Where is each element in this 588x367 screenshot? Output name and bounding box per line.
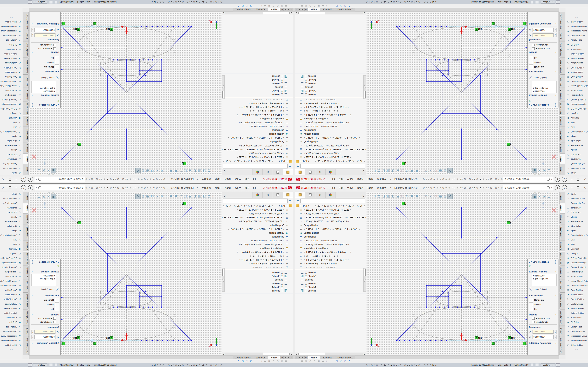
expand-icon[interactable]: ⌄ — [31, 342, 33, 344]
menu-item[interactable]: Edit — [243, 177, 251, 182]
tag-icon[interactable] — [28, 0, 32, 4]
line-format-icon[interactable]: ▤ — [284, 360, 288, 362]
angle-field[interactable]: 0.00000000° — [533, 335, 553, 339]
parallel-badge[interactable]: ∕ — [402, 202, 405, 205]
view-trimetric-icon[interactable]: ⬣ — [415, 168, 419, 173]
tree-item[interactable]: ⬒ Solid Bodies — [222, 128, 293, 132]
sketch-tool[interactable]: ⤢ Scale Entities — [565, 61, 588, 65]
save-view-icon[interactable]: ▦ — [438, 168, 443, 173]
unit-system-dropdown[interactable]: Custom▴ — [33, 1, 47, 3]
tree-item[interactable]: ⬒ Solid Bodies — [222, 235, 293, 239]
restore-button[interactable]: ❐ — [7, 186, 13, 190]
pane-grabber[interactable] — [363, 85, 366, 88]
length-field[interactable]: 10.88152731 — [35, 330, 55, 334]
sketch-tool[interactable]: ▪ Point — [0, 120, 23, 125]
sketch-tool[interactable]: ƒ Equation Driven Curve — [565, 233, 588, 237]
line-format-icon[interactable]: ✐ — [276, 5, 280, 7]
length-spinner[interactable]: ▲▼ — [554, 330, 557, 334]
filter-input[interactable] — [223, 164, 287, 168]
commandmanager-tab[interactable]: Evaluate — [559, 240, 565, 251]
tag-icon[interactable] — [28, 363, 32, 367]
close-button[interactable]: ✕ — [581, 186, 588, 190]
add-relation-button[interactable]: ⚓ Fix — [30, 307, 60, 311]
search-box[interactable]: ⬙ Search CAD Models ▾ — [503, 185, 553, 190]
equal-badge[interactable]: = — [475, 28, 478, 31]
commandmanager-tab[interactable]: Surfaces — [559, 213, 565, 224]
tree-splitter-bottom[interactable] — [295, 293, 366, 293]
scene-icon[interactable]: ◉ — [542, 194, 547, 199]
help-icon[interactable]: ? — [562, 177, 567, 182]
sketch-tool[interactable]: ▭ Corner Rectangle — [565, 265, 588, 269]
ok-button[interactable]: ✔ — [30, 264, 60, 268]
tab-nav-button[interactable]: ⏭ — [304, 8, 307, 11]
minimize-button[interactable]: – — [569, 186, 575, 189]
appearances-icon[interactable]: ● — [46, 168, 51, 173]
tab-nav-button[interactable]: ⏮ — [290, 8, 293, 11]
tab-nav-button[interactable]: ▶ — [301, 356, 304, 359]
view-top-icon[interactable]: ⬓ — [396, 194, 400, 199]
sketch-tool[interactable]: ╱ Line — [0, 125, 23, 130]
filter-input[interactable] — [223, 199, 287, 203]
tree-item[interactable]: ▱ ○ ✛ Ғ 9℮∘♟ ○ ⁎ ◉[ ○ ∘○ ]◉ ⁎ ○ ♟∘℮9 Ғ ✛… — [295, 258, 366, 262]
sketch-item[interactable]: Sketch3 — [295, 85, 366, 89]
sketch-tool[interactable]: ▭ Corner Rectangle — [0, 98, 23, 102]
sketch-tool[interactable]: ◠ 3 Point Arc — [0, 152, 23, 157]
sketch-tool[interactable]: ⌓ Tangent Arc — [0, 157, 23, 161]
line-format-icon[interactable]: ☰ — [271, 5, 276, 7]
sketch-tool[interactable]: ◝ Sketch Fillet — [565, 38, 588, 42]
view-front-icon[interactable]: ⬒ — [207, 168, 211, 173]
sketch-tool[interactable]: ⑆ Segment — [0, 247, 23, 251]
sketch-tool[interactable]: ⌓ Tangent Arc — [0, 206, 23, 210]
line-format-icon[interactable]: ☰ — [271, 360, 276, 362]
commandmanager-tab[interactable]: Data Migration — [23, 41, 29, 58]
view-isometric-icon[interactable]: ⬡ — [405, 168, 410, 173]
tree-item[interactable]: ▱ ○ ✛ ИΛ◎♟✚ ○ ⁎ ◉[ ○ ∘○ ]◉ ⁎ ○ ✚♟◎ΛИ ✛ ○ — [222, 113, 293, 117]
tool-icon[interactable]: ◷ — [339, 360, 343, 362]
unit-system-dropdown[interactable]: Custom▴ — [33, 364, 47, 366]
tree-item[interactable]: ☷ Material <not specified> — [295, 246, 366, 250]
sketch-tool[interactable]: ⧉ Copy Entities — [0, 75, 23, 79]
length-spinner[interactable]: ▲▼ — [31, 33, 34, 37]
sketch-tool[interactable]: ƒ Equation Driven Curve — [0, 233, 23, 237]
tree-item[interactable]: ◪ Surface Bodies — [295, 132, 366, 136]
sketch-tool[interactable]: ⧦ Mirror Entities — [0, 88, 23, 93]
document-tab[interactable]: Model — [268, 356, 280, 359]
line-format-icon[interactable]: ⇄ — [321, 360, 325, 362]
tree-item[interactable]: A ○ 25ИΛ◎∘ ✛ Α ✛ ◎ИΛΑ ○ ∘○ ΑИΛ◎ ✛ Α ✛ ∘◎… — [295, 136, 366, 140]
toolbar-grip[interactable]: ⋮⋮ — [330, 360, 334, 362]
tree-splitter-bottom[interactable] — [295, 74, 366, 74]
tree-item[interactable]: ◔ ○ 25♟◎25ИΛ3Ξ25 ○ ∘○ 253ΞИΛ25◎♟25 ○ — [222, 144, 293, 148]
account-icon[interactable]: ☻ — [28, 185, 33, 190]
commandmanager-tab[interactable]: Features — [23, 192, 29, 203]
sketch-tool[interactable]: ⠛ Linear Sketch Pattern — [565, 279, 588, 283]
zebra-stripes-icon[interactable]: ▨ — [443, 194, 448, 199]
tree-item[interactable]: ▱ Design Binder — [222, 140, 293, 144]
section-additional-parameters[interactable]: Additional Parameters⌄ — [528, 22, 558, 26]
document-window-controls[interactable]: ⧉ ⧉ – ❐ ✕ — [534, 192, 553, 194]
unit-system-dropdown[interactable]: Custom▴ — [541, 364, 555, 366]
tree-item[interactable]: ⌖ ○ ИΛ∘9℮∘♟◎ ○ ∘○ ◎♟∘℮9∘ΛИ ○ — [295, 101, 366, 105]
collapse-icon[interactable]: ⌃ — [555, 314, 557, 316]
commandmanager-tab[interactable]: Sketch — [559, 154, 565, 164]
view-trimetric-icon[interactable]: ⬣ — [415, 194, 419, 199]
sketch-tool[interactable]: ⠛ Linear Sketch Pattern — [0, 84, 23, 88]
scroll-left-icon[interactable]: ◀ — [290, 353, 293, 355]
collapse-icon[interactable]: ⌃ — [31, 295, 33, 297]
display-style-icon[interactable]: 🖳 — [159, 194, 164, 199]
collapse-icon[interactable]: ⌃ — [31, 314, 33, 316]
commandmanager-tab[interactable]: Weldments — [559, 88, 565, 101]
tree-item[interactable]: ◪ Surface Bodies — [222, 132, 293, 136]
relation-item[interactable]: Equal length109 — [32, 87, 55, 90]
ok-button[interactable]: ✔ — [30, 99, 60, 103]
panel-tabs-overflow[interactable]: ❯ — [361, 169, 366, 172]
panel-tabs-overflow[interactable]: ❯ — [222, 195, 227, 198]
tree-item[interactable]: Σ ○ 25ИΛ◎∘ ✛ ΑU³Ξ ○ ∘○ Ξ³UΑ ✛ ∘◎ИΛ25 ○ — [295, 121, 366, 125]
line-format-icon[interactable]: ▦ — [267, 5, 271, 7]
tool-icon[interactable]: ⊟ — [343, 5, 347, 7]
help-icon[interactable]: ? — [562, 185, 567, 190]
section-add-relations[interactable]: Add Relations⌃ — [528, 69, 558, 73]
restore-button[interactable]: ❐ — [575, 178, 581, 181]
commandmanager-tab[interactable]: Surfaces — [23, 143, 29, 154]
tool-icon[interactable]: ⚙ — [236, 360, 241, 362]
sketch-tool[interactable]: ◈ 3 Point Center Recta... — [565, 256, 588, 260]
